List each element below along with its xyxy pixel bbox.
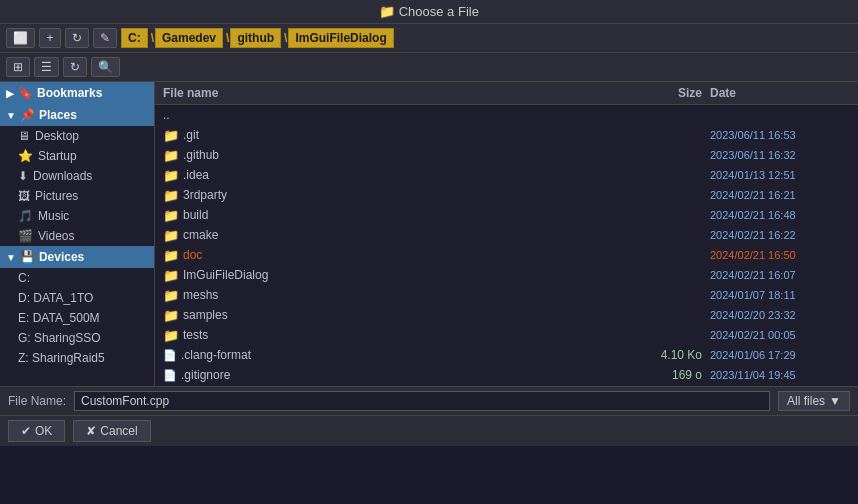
devices-header[interactable]: ▼ 💾 Devices bbox=[0, 246, 154, 268]
file-list: .. 📁.git 2023/06/11 16:53 📁.github 2023/… bbox=[155, 105, 858, 386]
sidebar-item-music[interactable]: 🎵 Music bbox=[0, 206, 154, 226]
ok-label: OK bbox=[35, 424, 52, 438]
sidebar-item-downloads[interactable]: ⬇ Downloads bbox=[0, 166, 154, 186]
music-icon: 🎵 bbox=[18, 209, 33, 223]
startup-icon: ⭐ bbox=[18, 149, 33, 163]
breadcrumb-gamedev[interactable]: Gamedev bbox=[155, 28, 223, 48]
header-name[interactable]: File name bbox=[163, 86, 630, 100]
file-row-github[interactable]: 📁.github 2023/06/11 16:32 bbox=[155, 145, 858, 165]
ok-checkmark-icon: ✔ bbox=[21, 424, 31, 438]
breadcrumb: C: \ Gamedev \ github \ ImGuiFileDialog bbox=[121, 28, 396, 48]
breadcrumb-github[interactable]: github bbox=[230, 28, 281, 48]
sidebar-drive-g[interactable]: G: SharingSSO bbox=[0, 328, 154, 348]
search-button[interactable]: 🔍 bbox=[91, 57, 120, 77]
edit-button[interactable]: ✎ bbox=[93, 28, 117, 48]
file-row-imgui[interactable]: 📁ImGuiFileDialog 2024/02/21 16:07 bbox=[155, 265, 858, 285]
view-grid-button[interactable]: ⊞ bbox=[6, 57, 30, 77]
new-folder-button[interactable]: ⬜ bbox=[6, 28, 35, 48]
file-icon: 📄 bbox=[163, 369, 177, 382]
header-date[interactable]: Date bbox=[710, 86, 850, 100]
file-row-doc[interactable]: 📁doc 2024/02/21 16:50 bbox=[155, 245, 858, 265]
file-row-gitignore[interactable]: 📄.gitignore 169 o 2023/11/04 19:45 bbox=[155, 365, 858, 385]
filter-button[interactable]: All files ▼ bbox=[778, 391, 850, 411]
places-label: Places bbox=[39, 108, 77, 122]
sidebar-item-startup-label: Startup bbox=[38, 149, 77, 163]
add-button[interactable]: + bbox=[39, 28, 61, 48]
devices-toggle-icon: ▼ bbox=[6, 252, 16, 263]
sidebar-drive-c[interactable]: C: bbox=[0, 268, 154, 288]
sidebar-drive-z[interactable]: Z: SharingRaid5 bbox=[0, 348, 154, 368]
folder-icon: 📁 bbox=[163, 168, 179, 183]
file-icon: 📄 bbox=[163, 349, 177, 362]
nav-forward-button[interactable]: ↻ bbox=[63, 57, 87, 77]
bookmarks-toggle-icon: ▶ bbox=[6, 88, 14, 99]
sidebar-item-videos[interactable]: 🎬 Videos bbox=[0, 226, 154, 246]
drive-d-label: D: DATA_1TO bbox=[18, 291, 93, 305]
breadcrumb-imgui[interactable]: ImGuiFileDialog bbox=[288, 28, 393, 48]
places-icon: 📌 bbox=[20, 108, 35, 122]
drive-g-label: G: SharingSSO bbox=[18, 331, 101, 345]
filter-label: All files bbox=[787, 394, 825, 408]
sidebar-item-desktop[interactable]: 🖥 Desktop bbox=[0, 126, 154, 146]
title-text: Choose a File bbox=[399, 4, 479, 19]
videos-icon: 🎬 bbox=[18, 229, 33, 243]
action-bar: ✔ OK ✘ Cancel bbox=[0, 415, 858, 446]
drive-z-label: Z: SharingRaid5 bbox=[18, 351, 105, 365]
file-row-tests[interactable]: 📁tests 2024/02/21 00:05 bbox=[155, 325, 858, 345]
title-icon: 📁 bbox=[379, 4, 395, 19]
sidebar-item-videos-label: Videos bbox=[38, 229, 74, 243]
main-container: ▶ 🔖 Bookmarks ▼ 📌 Places 🖥 Desktop ⭐ Sta… bbox=[0, 82, 858, 386]
ok-button[interactable]: ✔ OK bbox=[8, 420, 65, 442]
bottom-bar: File Name: All files ▼ bbox=[0, 386, 858, 415]
folder-icon: 📁 bbox=[163, 268, 179, 283]
folder-icon: 📁 bbox=[163, 308, 179, 323]
folder-icon: 📁 bbox=[163, 148, 179, 163]
folder-icon: 📁 bbox=[163, 128, 179, 143]
folder-icon: 📁 bbox=[163, 328, 179, 343]
file-row-meshs[interactable]: 📁meshs 2024/01/07 18:11 bbox=[155, 285, 858, 305]
file-row-clang-format[interactable]: 📄.clang-format 4.10 Ko 2024/01/06 17:29 bbox=[155, 345, 858, 365]
folder-icon: 📁 bbox=[163, 208, 179, 223]
breadcrumb-c[interactable]: C: bbox=[121, 28, 148, 48]
drive-c-label: C: bbox=[18, 271, 30, 285]
header-size[interactable]: Size bbox=[630, 86, 710, 100]
devices-icon: 💾 bbox=[20, 250, 35, 264]
sidebar-item-downloads-label: Downloads bbox=[33, 169, 92, 183]
sidebar-item-pictures[interactable]: 🖼 Pictures bbox=[0, 186, 154, 206]
file-row-cmake[interactable]: 📁cmake 2024/02/21 16:22 bbox=[155, 225, 858, 245]
sidebar-drive-d[interactable]: D: DATA_1TO bbox=[0, 288, 154, 308]
parent-dir-label: .. bbox=[163, 108, 170, 122]
places-header[interactable]: ▼ 📌 Places bbox=[0, 104, 154, 126]
filename-input[interactable] bbox=[74, 391, 770, 411]
folder-icon: 📁 bbox=[163, 248, 179, 263]
folder-icon: 📁 bbox=[163, 188, 179, 203]
sidebar-drive-e[interactable]: E: DATA_500M bbox=[0, 308, 154, 328]
places-toggle-icon: ▼ bbox=[6, 110, 16, 121]
cancel-x-icon: ✘ bbox=[86, 424, 96, 438]
view-list-button[interactable]: ☰ bbox=[34, 57, 59, 77]
file-row-samples[interactable]: 📁samples 2024/02/20 23:32 bbox=[155, 305, 858, 325]
file-row-parent[interactable]: .. bbox=[155, 105, 858, 125]
file-list-header: File name Size Date bbox=[155, 82, 858, 105]
toolbar2: ⊞ ☰ ↻ 🔍 bbox=[0, 53, 858, 82]
file-row-idea[interactable]: 📁.idea 2024/01/13 12:51 bbox=[155, 165, 858, 185]
desktop-icon: 🖥 bbox=[18, 129, 30, 143]
cancel-label: Cancel bbox=[100, 424, 137, 438]
file-row-build[interactable]: 📁build 2024/02/21 16:48 bbox=[155, 205, 858, 225]
sidebar-item-startup[interactable]: ⭐ Startup bbox=[0, 146, 154, 166]
file-row-3rdparty[interactable]: 📁3rdparty 2024/02/21 16:21 bbox=[155, 185, 858, 205]
cancel-button[interactable]: ✘ Cancel bbox=[73, 420, 150, 442]
refresh-button[interactable]: ↻ bbox=[65, 28, 89, 48]
sidebar: ▶ 🔖 Bookmarks ▼ 📌 Places 🖥 Desktop ⭐ Sta… bbox=[0, 82, 155, 386]
sidebar-item-music-label: Music bbox=[38, 209, 69, 223]
file-row-git[interactable]: 📁.git 2023/06/11 16:53 bbox=[155, 125, 858, 145]
sidebar-item-desktop-label: Desktop bbox=[35, 129, 79, 143]
filename-label: File Name: bbox=[8, 394, 66, 408]
pictures-icon: 🖼 bbox=[18, 189, 30, 203]
toolbar1: ⬜ + ↻ ✎ C: \ Gamedev \ github \ ImGuiFil… bbox=[0, 24, 858, 53]
bookmarks-header[interactable]: ▶ 🔖 Bookmarks bbox=[0, 82, 154, 104]
file-row-gitmodules[interactable]: 📄.gitmodules 577 o 2023/11/25 02:14 bbox=[155, 385, 858, 386]
title-bar: 📁 Choose a File bbox=[0, 0, 858, 24]
bookmarks-icon: 🔖 bbox=[18, 86, 33, 100]
sidebar-item-pictures-label: Pictures bbox=[35, 189, 78, 203]
